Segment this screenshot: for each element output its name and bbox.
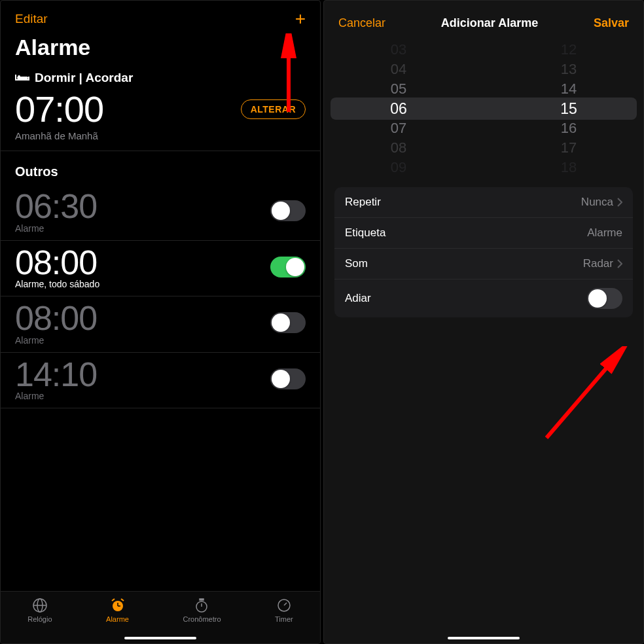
setting-sound[interactable]: Som Radar [334,249,633,279]
picker-item[interactable]: 09 [391,158,423,174]
alarm-row[interactable]: 08:00 Alarme [1,296,320,353]
edit-button[interactable]: Editar [15,12,48,26]
alarm-toggle[interactable] [270,312,306,333]
hour-picker[interactable]: 03040506070809 [331,43,484,174]
minute-picker[interactable]: 12131415161718 [484,43,637,174]
alarm-icon [109,597,126,614]
setting-value: Radar [583,257,622,270]
annotation-arrow [533,346,632,444]
picker-item[interactable]: 05 [391,79,423,99]
nav-bar: Cancelar Adicionar Alarme Salvar [324,1,643,37]
home-indicator[interactable] [124,637,196,639]
add-alarm-button[interactable]: + [295,10,306,28]
alarm-time: 08:00 [15,300,97,336]
svg-line-17 [284,603,287,605]
svg-rect-2 [28,77,29,80]
alarm-label: Alarme [15,391,97,401]
alarm-list: 06:30 Alarme 08:00 Alarme, todo sábado 0… [1,185,320,408]
save-button[interactable]: Salvar [594,16,629,30]
svg-point-4 [18,75,20,78]
tab-label: Timer [275,615,293,623]
picker-item[interactable]: 17 [544,138,577,158]
setting-value: Alarme [587,226,622,240]
svg-line-11 [112,599,115,601]
alarm-row[interactable]: 08:00 Alarme, todo sábado [1,241,320,297]
alarm-list-screen: Editar + Alarme Dormir | Acordar 07:00 A… [0,0,321,644]
tab-relogio[interactable]: Relógio [27,597,52,623]
add-alarm-screen: Cancelar Adicionar Alarme Salvar 0304050… [323,0,644,644]
alarm-row[interactable]: 14:10 Alarme [1,353,320,409]
setting-repeat[interactable]: Repetir Nunca [334,187,633,218]
picker-item[interactable]: 14 [544,79,577,99]
picker-item[interactable]: 16 [544,118,577,138]
alarm-label: Alarme [15,223,97,234]
time-picker[interactable]: 03040506070809 12131415161718 [331,43,637,174]
page-title: Alarme [1,32,320,71]
setting-value: Nunca [581,196,622,209]
setting-label: Etiqueta [345,226,385,240]
picker-item[interactable]: 13 [544,60,577,79]
alarm-label: Alarme, todo sábado [15,279,99,289]
setting-label: Adiar [345,292,371,305]
setting-tag[interactable]: Etiqueta Alarme [334,218,633,249]
stopwatch-icon [193,597,210,614]
picker-item[interactable]: 03 [391,43,423,60]
setting-snooze: Adiar [334,279,633,317]
tab-label: Alarme [106,615,129,623]
svg-line-12 [121,599,124,601]
picker-item[interactable]: 04 [391,60,423,79]
tab-alarme[interactable]: Alarme [106,597,129,623]
sleep-section: Dormir | Acordar 07:00 ALTERAR Amanhã de… [1,71,320,151]
tab-bar: Relógio Alarme Cronômetro Timer [1,591,320,643]
globe-icon [31,597,48,614]
alarm-row[interactable]: 06:30 Alarme [1,185,320,241]
snooze-toggle[interactable] [587,288,622,309]
sleep-heading: Dormir | Acordar [15,71,306,85]
alarm-time: 08:00 [15,245,99,281]
svg-rect-15 [200,599,204,600]
alarm-toggle[interactable] [270,368,306,389]
setting-label: Som [345,257,368,270]
picker-item[interactable]: 08 [391,138,423,158]
sleep-heading-text: Dormir | Acordar [35,71,133,85]
alarm-toggle[interactable] [270,200,306,221]
cancel-button[interactable]: Cancelar [338,16,385,30]
modal-title: Adicionar Alarme [441,16,538,30]
home-indicator[interactable] [448,637,520,639]
picker-item[interactable]: 07 [391,118,423,138]
others-heading: Outros [1,151,320,185]
sleep-time: 07:00 [15,88,103,130]
alarm-time: 06:30 [15,188,97,224]
setting-label: Repetir [345,196,381,209]
svg-rect-1 [15,75,16,80]
tab-timer[interactable]: Timer [275,597,293,623]
alarm-settings: Repetir Nunca Etiqueta Alarme Som Radar … [334,187,633,317]
tab-label: Cronômetro [183,615,221,623]
change-button[interactable]: ALTERAR [241,99,306,119]
tab-label: Relógio [27,615,52,623]
alarm-toggle[interactable] [270,257,306,277]
svg-rect-0 [15,79,29,80]
alarm-label: Alarme [15,335,97,346]
bed-icon [15,73,29,83]
tab-cronometro[interactable]: Cronômetro [183,597,221,623]
picker-item[interactable]: 12 [544,43,577,60]
svg-line-21 [546,354,618,438]
sleep-subtitle: Amanhã de Manhã [15,130,306,151]
timer-icon [276,597,293,614]
chevron-right-icon [617,198,622,207]
picker-item[interactable]: 06 [390,99,424,118]
nav-bar: Editar + [1,1,320,32]
picker-item[interactable]: 18 [544,158,577,174]
alarm-time: 14:10 [15,357,97,393]
picker-item[interactable]: 15 [543,99,577,118]
chevron-right-icon [617,259,622,268]
